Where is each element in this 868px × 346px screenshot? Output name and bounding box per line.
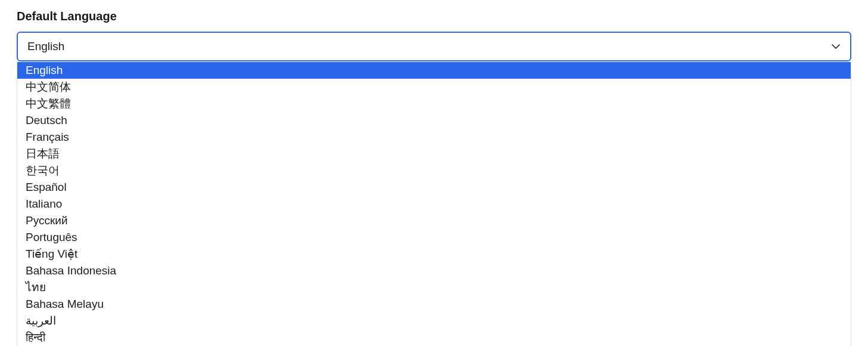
language-option[interactable]: Français bbox=[17, 129, 851, 146]
language-option[interactable]: Русский bbox=[17, 212, 851, 229]
selected-value: English bbox=[27, 40, 64, 53]
language-option[interactable]: العربية bbox=[17, 313, 851, 329]
language-option[interactable]: Español bbox=[17, 179, 851, 196]
language-option[interactable]: ไทย bbox=[17, 279, 851, 296]
language-option[interactable]: Bahasa Melayu bbox=[17, 296, 851, 313]
language-option[interactable]: Italiano bbox=[17, 196, 851, 212]
language-dropdown-panel: English中文简体中文繁體DeutschFrançais日本語한국어Espa… bbox=[17, 62, 851, 346]
language-option[interactable]: Deutsch bbox=[17, 112, 851, 129]
language-option[interactable]: 한국어 bbox=[17, 162, 851, 179]
language-option[interactable]: Português bbox=[17, 229, 851, 246]
language-option[interactable]: 中文繁體 bbox=[17, 95, 851, 112]
language-option[interactable]: 中文简体 bbox=[17, 79, 851, 95]
language-select[interactable]: English bbox=[17, 32, 851, 61]
language-option[interactable]: हिन्दी bbox=[17, 329, 851, 346]
chevron-down-icon bbox=[831, 42, 841, 51]
language-option[interactable]: Bahasa Indonesia bbox=[17, 262, 851, 279]
field-label: Default Language bbox=[17, 10, 851, 23]
language-option[interactable]: Tiếng Việt bbox=[17, 246, 851, 262]
language-option[interactable]: English bbox=[17, 62, 851, 79]
language-select-container: English English中文简体中文繁體DeutschFrançais日本… bbox=[17, 32, 851, 346]
language-option[interactable]: 日本語 bbox=[17, 146, 851, 162]
